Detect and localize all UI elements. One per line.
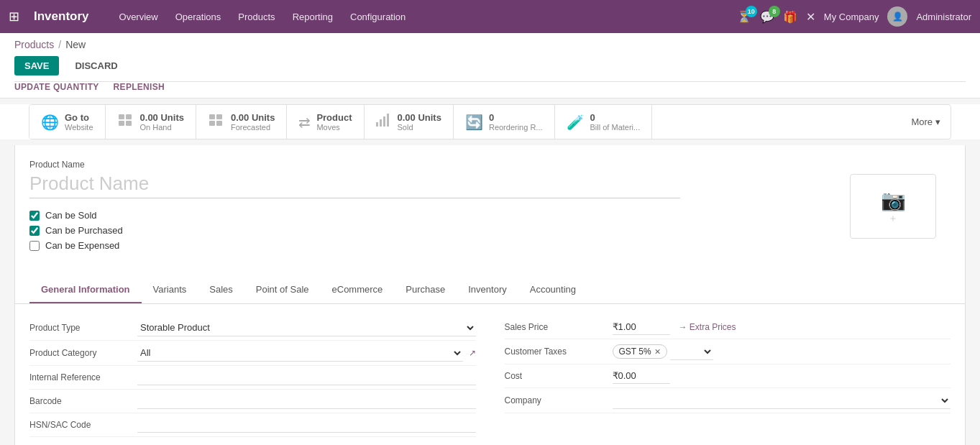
customer-taxes-select[interactable]: [670, 343, 713, 360]
product-category-row: Product Category All ↗: [29, 341, 476, 366]
bom-label: Bill of Materi...: [590, 123, 641, 132]
svg-rect-6: [209, 121, 215, 126]
internal-reference-input[interactable]: [137, 370, 476, 385]
gift-icon[interactable]: 🎁: [783, 10, 797, 24]
product-category-select[interactable]: All: [137, 344, 463, 362]
sales-price-input[interactable]: [613, 319, 670, 335]
activity-icon[interactable]: ⏳ 10: [737, 10, 751, 24]
forecasted-value: 0.00 Units: [231, 112, 275, 123]
hsn-sac-code-row: HSN/SAC Code: [29, 413, 476, 437]
nav-item-configuration[interactable]: Configuration: [343, 7, 413, 27]
grid-icon[interactable]: ⊞: [9, 9, 19, 24]
activity-badge: 10: [746, 6, 757, 17]
stat-buttons-bar: 🌐 Go to Website 0.00 Units: [29, 104, 951, 139]
stat-goto-website[interactable]: 🌐 Go to Website: [29, 105, 106, 139]
reordering-label: Reordering R...: [489, 123, 543, 132]
tab-variants[interactable]: Variants: [142, 277, 198, 303]
tab-ecommerce[interactable]: eCommerce: [321, 277, 395, 303]
nav-menu: Overview Operations Products Reporting C…: [112, 7, 413, 27]
nav-item-reporting[interactable]: Reporting: [285, 7, 340, 27]
tab-accounting[interactable]: Accounting: [518, 277, 587, 303]
camera-icon: 📷: [881, 188, 906, 212]
tab-point-of-sale[interactable]: Point of Sale: [244, 277, 321, 303]
can-be-sold-checkbox[interactable]: [29, 211, 40, 221]
can-be-sold-row: Can be Sold: [29, 210, 843, 221]
svg-rect-8: [376, 122, 378, 127]
product-form: Product Name 📷 ＋ Can be Sold Can be Purc: [14, 145, 966, 445]
product-type-select[interactable]: Storable Product: [137, 319, 476, 336]
product-category-label: Product Category: [29, 348, 137, 358]
extra-prices-link[interactable]: → Extra Prices: [679, 322, 736, 332]
product-type-label: Product Type: [29, 323, 137, 333]
stat-forecasted[interactable]: 0.00 Units Forecasted: [196, 105, 287, 139]
nav-item-overview[interactable]: Overview: [112, 7, 165, 27]
chevron-down-icon: ▾: [935, 116, 940, 127]
update-quantity-link[interactable]: UPDATE QUANTITY: [14, 82, 99, 92]
cost-input[interactable]: [613, 368, 670, 384]
product-type-row: Product Type Storable Product: [29, 316, 476, 341]
more-label: More: [911, 116, 933, 127]
stat-bom[interactable]: 🧪 0 Bill of Materi...: [555, 105, 653, 139]
general-information-fields: Product Type Storable Product Product Ca…: [15, 304, 965, 445]
can-be-expensed-checkbox[interactable]: [29, 241, 40, 251]
product-name-input[interactable]: [29, 173, 680, 198]
customer-taxes-row: Customer Taxes GST 5% ✕: [505, 339, 951, 364]
product-category-external-link[interactable]: ↗: [469, 348, 476, 358]
close-icon[interactable]: ✕: [806, 10, 815, 24]
tab-sales[interactable]: Sales: [198, 277, 244, 303]
on-hand-value: 0.00 Units: [140, 112, 184, 123]
breadcrumb-separator: /: [58, 39, 61, 50]
chat-icon[interactable]: 💬 8: [760, 10, 774, 24]
breadcrumb-parent[interactable]: Products: [14, 39, 54, 50]
svg-rect-4: [209, 114, 215, 119]
replenish-link[interactable]: REPLENISH: [114, 82, 165, 92]
product-tabs: General Information Variants Sales Point…: [15, 277, 965, 304]
tab-purchase[interactable]: Purchase: [394, 277, 457, 303]
website-icon: 🌐: [41, 114, 59, 131]
barcode-input[interactable]: [137, 393, 476, 409]
hsn-sac-code-input[interactable]: [137, 417, 476, 433]
can-be-purchased-row: Can be Purchased: [29, 225, 843, 236]
hsn-sac-code-label: HSN/SAC Code: [29, 420, 137, 430]
units-sold-value: 0.00 Units: [398, 112, 441, 123]
nav-item-operations[interactable]: Operations: [168, 7, 229, 27]
product-moves-value: Product: [316, 112, 352, 123]
cost-row: Cost: [505, 364, 951, 388]
save-button[interactable]: SAVE: [14, 56, 59, 75]
svg-rect-9: [380, 119, 382, 127]
breadcrumb-current: New: [65, 39, 86, 50]
avatar[interactable]: 👤: [887, 6, 907, 27]
nav-item-products[interactable]: Products: [231, 7, 282, 27]
can-be-purchased-checkbox[interactable]: [29, 226, 40, 236]
goto-sublabel: Website: [65, 123, 93, 132]
stat-on-hand[interactable]: 0.00 Units On Hand: [106, 105, 196, 139]
gst-remove-button[interactable]: ✕: [654, 347, 661, 357]
svg-rect-10: [383, 116, 385, 127]
product-image-upload[interactable]: 📷 ＋: [850, 174, 936, 239]
product-moves-icon: ⇄: [298, 114, 311, 131]
svg-rect-0: [119, 114, 124, 119]
tab-inventory[interactable]: Inventory: [457, 277, 518, 303]
reordering-value: 0: [489, 112, 543, 123]
discard-button[interactable]: DISCARD: [65, 56, 127, 75]
stat-units-sold[interactable]: 0.00 Units Sold: [365, 105, 454, 139]
can-be-expensed-label: Can be Expensed: [45, 240, 119, 251]
svg-rect-5: [216, 114, 222, 119]
hsn-sac-description-row: HSN/SAC Description: [29, 437, 476, 445]
on-hand-label: On Hand: [140, 123, 184, 132]
svg-rect-11: [387, 114, 389, 127]
stat-product-moves[interactable]: ⇄ Product Moves: [287, 105, 364, 139]
reordering-icon: 🔄: [465, 114, 483, 131]
more-button[interactable]: More ▾: [901, 109, 951, 134]
company-select[interactable]: [613, 392, 951, 409]
company-label: Company: [505, 395, 613, 405]
hsn-sac-description-input[interactable]: [137, 441, 476, 445]
tab-general-information[interactable]: General Information: [29, 277, 142, 303]
product-moves-label: Moves: [316, 123, 352, 132]
barcode-label: Barcode: [29, 396, 137, 406]
can-be-expensed-row: Can be Expensed: [29, 240, 843, 251]
svg-rect-7: [216, 121, 222, 126]
gst-tag-text: GST 5%: [619, 347, 651, 357]
can-be-purchased-label: Can be Purchased: [45, 225, 123, 236]
stat-reordering[interactable]: 🔄 0 Reordering R...: [454, 105, 555, 139]
